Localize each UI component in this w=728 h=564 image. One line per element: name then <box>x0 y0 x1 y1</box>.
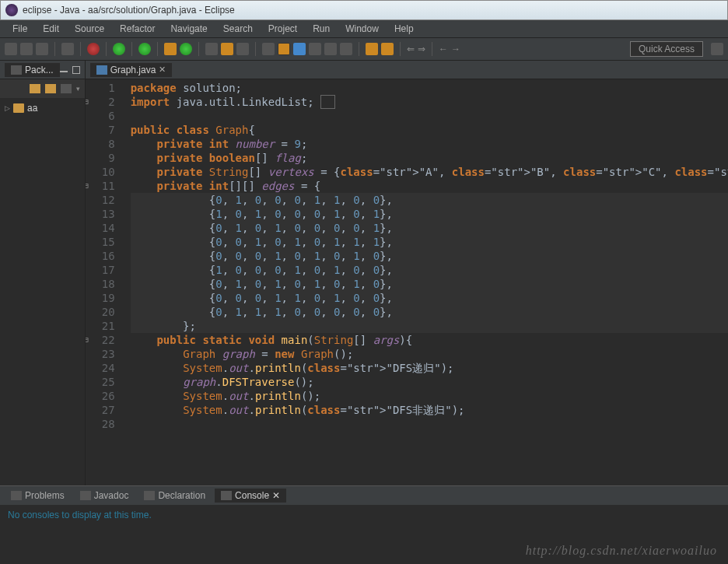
menu-source[interactable]: Source <box>68 22 110 36</box>
open-task-icon[interactable] <box>221 43 233 55</box>
tab-icon <box>144 491 155 500</box>
bottom-tabs: ProblemsJavadocDeclarationConsole ✕ <box>0 486 728 505</box>
explorer-toolbar: ▾ <box>0 79 85 98</box>
forward-icon[interactable]: ⇒ <box>418 44 425 54</box>
expand-arrow-icon[interactable]: ▷ <box>5 104 10 112</box>
menu-refactor[interactable]: Refactor <box>114 22 161 36</box>
menu-run[interactable]: Run <box>306 22 336 36</box>
tab-icon <box>80 491 91 500</box>
view-menu-icon[interactable] <box>61 84 72 93</box>
close-icon[interactable]: ✕ <box>159 65 166 75</box>
folder-icon[interactable] <box>366 43 378 55</box>
separator <box>400 42 401 56</box>
tab-problems[interactable]: Problems <box>5 489 71 503</box>
editor-tabs: Graph.java ✕ <box>86 61 728 79</box>
code-editor[interactable]: 12⊟67891011⊟1213141516171819202122⊟23242… <box>86 79 728 485</box>
title-bar: eclipse - Java - aa/src/solution/Graph.j… <box>0 0 728 20</box>
minimize-icon[interactable] <box>60 71 68 72</box>
project-label: aa <box>27 103 37 114</box>
editor-area: Graph.java ✕ 12⊟67891011⊟121314151617181… <box>86 61 728 485</box>
save-all-icon[interactable] <box>36 43 48 55</box>
menu-window[interactable]: Window <box>339 22 385 36</box>
separator <box>432 42 432 56</box>
collapse-icon[interactable] <box>30 84 40 93</box>
link-icon[interactable] <box>45 84 56 93</box>
search-icon[interactable] <box>236 43 249 55</box>
debug-icon[interactable] <box>87 43 100 55</box>
tab-icon <box>11 491 22 500</box>
mark-icon[interactable] <box>278 43 290 55</box>
new-class-icon[interactable] <box>180 43 192 55</box>
eclipse-icon <box>5 4 18 16</box>
tab-icon <box>221 491 232 500</box>
separator <box>359 42 359 56</box>
quick-access[interactable]: Quick Access <box>630 41 703 57</box>
package-explorer-tab[interactable]: Pack... <box>5 63 60 77</box>
organize-icon[interactable] <box>324 43 337 55</box>
console-message: No consoles to display at this time. <box>8 510 152 520</box>
watermark: http://blog.csdn.net/xiaerwoailuo <box>526 544 717 558</box>
nav-back-icon[interactable]: ← <box>439 44 448 54</box>
workbench: Pack... ▾ ▷ aa Graph.java <box>0 61 728 485</box>
separator <box>106 42 107 56</box>
build-icon[interactable] <box>61 43 74 55</box>
perspective-icon[interactable] <box>711 43 723 55</box>
console-body: No consoles to display at this time. <box>0 505 728 525</box>
annotation-icon[interactable] <box>293 43 306 55</box>
separator <box>198 42 199 56</box>
toggle-icon[interactable] <box>262 43 275 55</box>
project-node[interactable]: ▷ aa <box>5 103 80 114</box>
project-tree: ▷ aa <box>0 98 85 118</box>
menu-file[interactable]: File <box>6 22 33 36</box>
tab-declaration[interactable]: Declaration <box>138 489 212 503</box>
separator <box>80 42 81 56</box>
menu-navigate[interactable]: Navigate <box>164 22 213 36</box>
menu-project[interactable]: Project <box>262 22 303 36</box>
run-icon[interactable] <box>113 43 125 55</box>
java-file-icon <box>96 65 107 75</box>
maximize-icon[interactable] <box>72 66 80 74</box>
separator <box>54 42 55 56</box>
separator <box>157 42 158 56</box>
editor-tab[interactable]: Graph.java ✕ <box>90 63 173 77</box>
package-icon <box>11 65 22 75</box>
save-icon[interactable] <box>20 43 33 55</box>
separator <box>255 42 256 56</box>
package-explorer-header: Pack... <box>0 61 85 79</box>
new-icon[interactable] <box>5 43 17 55</box>
main-toolbar: ⇐ ⇒ ← → Quick Access <box>0 37 728 61</box>
folder2-icon[interactable] <box>381 43 394 55</box>
menu-search[interactable]: Search <box>217 22 259 36</box>
menu-bar: FileEditSourceRefactorNavigateSearchProj… <box>0 20 728 37</box>
package-explorer: Pack... ▾ ▷ aa <box>0 61 86 485</box>
window-title: eclipse - Java - aa/src/solution/Graph.j… <box>23 5 235 16</box>
tab-label: Pack... <box>25 65 54 75</box>
line-gutter: 12⊟67891011⊟1213141516171819202122⊟23242… <box>86 79 124 485</box>
run-last-icon[interactable] <box>138 43 151 55</box>
back-icon[interactable]: ⇐ <box>407 44 415 54</box>
code-content[interactable]: package solution;import java.util.Linked… <box>124 79 728 485</box>
project-folder-icon <box>13 103 24 113</box>
tab-label: Graph.java <box>110 65 156 75</box>
menu-edit[interactable]: Edit <box>37 22 65 36</box>
indent-icon[interactable] <box>340 43 352 55</box>
format-icon[interactable] <box>309 43 321 55</box>
tab-javadoc[interactable]: Javadoc <box>74 489 135 503</box>
menu-arrow-icon[interactable]: ▾ <box>76 85 80 93</box>
menu-help[interactable]: Help <box>388 22 420 36</box>
open-type-icon[interactable] <box>205 43 218 55</box>
separator <box>131 42 132 56</box>
tab-console[interactable]: Console ✕ <box>215 489 286 503</box>
close-icon[interactable]: ✕ <box>272 490 280 501</box>
new-package-icon[interactable] <box>164 43 177 55</box>
nav-fwd-icon[interactable]: → <box>451 44 460 54</box>
